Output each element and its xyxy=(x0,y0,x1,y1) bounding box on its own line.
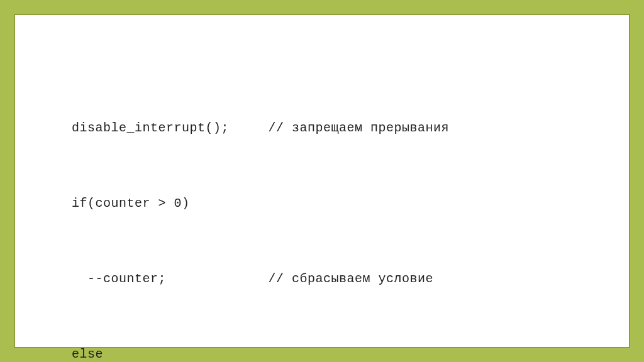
code-line: --counter; // сбрасываем условие xyxy=(40,266,604,292)
code-line: else xyxy=(40,342,604,362)
code-snippet: disable_interrupt(); // запрещаем прерыв… xyxy=(40,65,604,362)
slide-frame: disable_interrupt(); // запрещаем прерыв… xyxy=(14,14,630,348)
code-line: if(counter > 0) xyxy=(40,191,604,216)
code-line: disable_interrupt(); // запрещаем прерыв… xyxy=(40,116,604,141)
